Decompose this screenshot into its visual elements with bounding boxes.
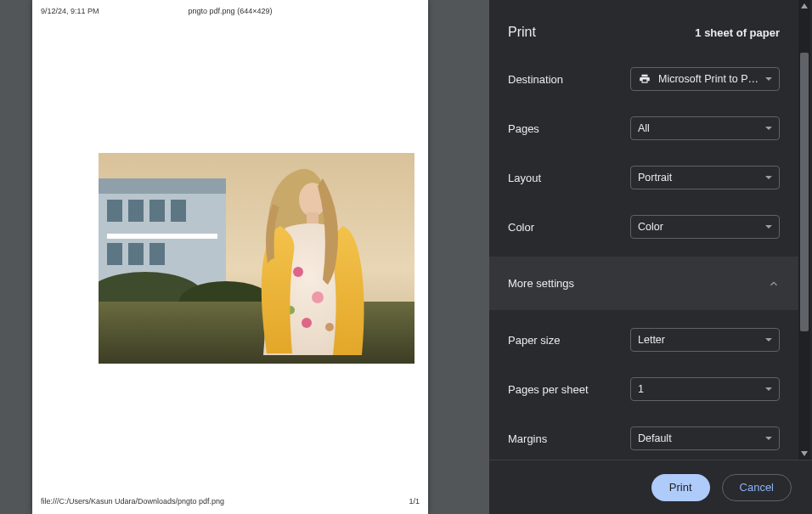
svg-rect-5 — [149, 200, 165, 222]
preview-page-header: 9/12/24, 9:11 PM pngto pdf.png (644×429) — [32, 0, 428, 15]
chevron-down-icon — [765, 176, 772, 179]
panel-header: Print 1 sheet of paper — [489, 0, 798, 49]
svg-marker-22 — [801, 451, 808, 456]
color-value: Color — [638, 221, 760, 233]
paper-size-value: Letter — [638, 334, 760, 346]
margins-select[interactable]: Default — [630, 426, 780, 450]
panel-footer: Print Cancel — [489, 460, 812, 514]
destination-row: Destination Microsoft Print to PDF — [489, 54, 798, 104]
svg-rect-8 — [107, 243, 122, 265]
paper-size-label: Paper size — [508, 334, 630, 347]
layout-select[interactable]: Portrait — [630, 166, 780, 189]
pages-per-sheet-row: Pages per sheet 1 — [489, 364, 798, 414]
chevron-up-icon — [768, 278, 780, 290]
pages-label: Pages — [508, 122, 630, 135]
chevron-down-icon — [765, 127, 772, 130]
chevron-down-icon — [765, 387, 772, 391]
more-settings-toggle[interactable]: More settings — [489, 257, 798, 310]
svg-rect-6 — [171, 200, 186, 222]
more-settings-label: More settings — [508, 277, 574, 290]
preview-page-number: 1/1 — [409, 497, 420, 506]
scroll-up-button[interactable] — [798, 0, 810, 12]
pages-value: All — [638, 122, 760, 134]
svg-rect-4 — [128, 200, 144, 222]
cancel-button[interactable]: Cancel — [722, 474, 792, 501]
layout-value: Portrait — [638, 172, 760, 184]
margins-row: Margins Default — [489, 414, 798, 460]
scroll-track[interactable] — [798, 12, 810, 448]
print-settings-panel: Print 1 sheet of paper Destination Micro… — [489, 0, 812, 514]
print-button[interactable]: Print — [651, 474, 710, 501]
pages-row: Pages All — [489, 104, 798, 153]
margins-value: Default — [638, 432, 760, 444]
printer-icon — [638, 73, 651, 85]
destination-select[interactable]: Microsoft Print to PDF — [630, 67, 780, 91]
chevron-down-icon — [765, 77, 772, 81]
paper-size-select[interactable]: Letter — [630, 328, 780, 352]
svg-point-16 — [293, 267, 303, 277]
panel-title: Print — [508, 25, 536, 40]
chevron-down-icon — [765, 225, 772, 229]
svg-rect-10 — [149, 243, 165, 265]
preview-page-footer: file:///C:/Users/Kasun Udara/Downloads/p… — [41, 497, 420, 506]
svg-rect-7 — [107, 234, 217, 239]
svg-point-17 — [312, 291, 324, 303]
basic-settings-section: Destination Microsoft Print to PDF Pages… — [489, 49, 798, 257]
preview-page: 9/12/24, 9:11 PM pngto pdf.png (644×429) — [32, 0, 428, 514]
svg-rect-2 — [99, 178, 226, 194]
scroll-thumb[interactable] — [800, 53, 809, 331]
svg-point-19 — [325, 323, 334, 331]
paper-size-row: Paper size Letter — [489, 315, 798, 364]
pages-select[interactable]: All — [630, 116, 780, 140]
preview-filename: pngto pdf.png (644×429) — [32, 7, 428, 15]
svg-rect-9 — [128, 243, 144, 265]
svg-rect-3 — [107, 200, 122, 222]
scroll-down-button[interactable] — [798, 448, 810, 460]
panel-scrollbar[interactable] — [798, 0, 810, 460]
more-settings-section: Paper size Letter Pages per sheet 1 Marg… — [489, 310, 798, 460]
color-select[interactable]: Color — [630, 215, 780, 239]
svg-point-18 — [302, 318, 312, 328]
pages-per-sheet-value: 1 — [638, 383, 760, 395]
margins-label: Margins — [508, 432, 630, 445]
print-preview-pane: 9/12/24, 9:11 PM pngto pdf.png (644×429) — [0, 0, 489, 514]
chevron-down-icon — [765, 338, 772, 342]
chevron-down-icon — [765, 437, 772, 440]
svg-rect-13 — [99, 302, 414, 364]
color-row: Color Color — [489, 202, 798, 251]
destination-value: Microsoft Print to PDF — [658, 73, 760, 85]
svg-marker-21 — [801, 3, 808, 8]
pages-per-sheet-label: Pages per sheet — [508, 383, 630, 396]
destination-label: Destination — [508, 73, 630, 86]
preview-file-path: file:///C:/Users/Kasun Udara/Downloads/p… — [41, 497, 224, 506]
sheet-count: 1 sheet of paper — [695, 26, 780, 39]
layout-row: Layout Portrait — [489, 153, 798, 202]
pages-per-sheet-select[interactable]: 1 — [630, 377, 780, 401]
color-label: Color — [508, 221, 630, 234]
layout-label: Layout — [508, 172, 630, 184]
preview-image — [99, 153, 414, 364]
